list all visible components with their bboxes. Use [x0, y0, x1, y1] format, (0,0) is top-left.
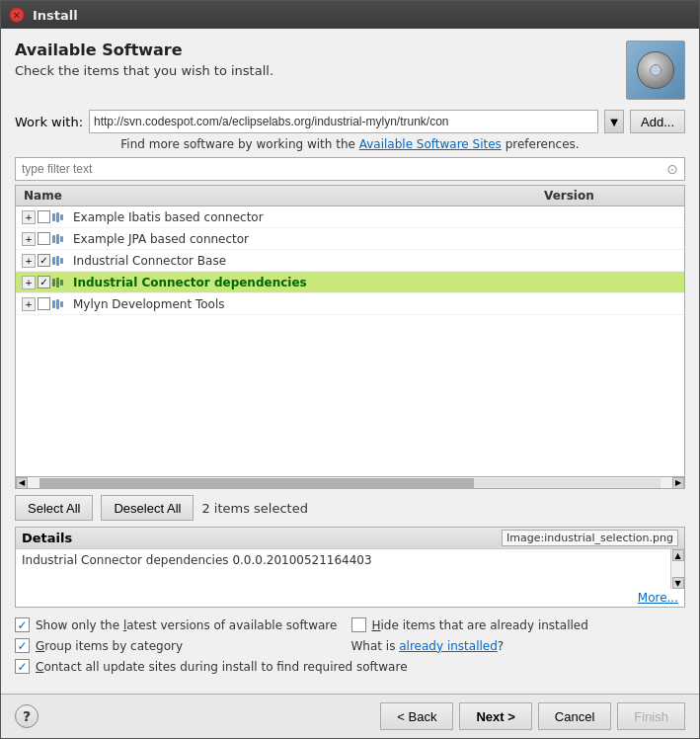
work-with-dropdown[interactable]: ▼ [604, 110, 624, 133]
row-checkbox[interactable]: ✓ [38, 276, 50, 288]
scroll-left-arrow[interactable]: ◀ [16, 477, 28, 489]
header-icon [626, 41, 685, 100]
footer-buttons: < Back Next > Cancel Finish [380, 702, 685, 730]
cancel-button[interactable]: Cancel [538, 702, 611, 730]
deselect-all-button[interactable]: Deselect All [101, 495, 194, 521]
filter-row: ⊙ [15, 157, 685, 181]
page-subtitle: Check the items that you wish to install… [15, 63, 273, 78]
option-row-2: Hide items that are already installed [351, 616, 686, 634]
tree-header: Name Version [16, 186, 684, 206]
column-version: Version [536, 189, 684, 203]
details-scroll-up[interactable]: ▲ [672, 549, 684, 561]
tree-body: + Example Ibatis based connector + [16, 206, 684, 476]
option-label-1: Show only the latest versions of availab… [36, 618, 337, 632]
expand-button[interactable]: + [22, 232, 36, 246]
more-link-row: More... [16, 589, 684, 607]
column-name: Name [16, 189, 536, 203]
details-scrollbar: ▲ ▼ [670, 549, 684, 589]
option-label-5: Contact all update sites during install … [36, 660, 408, 674]
tree-table: Name Version + Example Ibatis based conn… [15, 185, 685, 489]
row-label: Industrial Connector dependencies [73, 276, 307, 289]
next-button[interactable]: Next > [459, 702, 531, 730]
option-checkbox-1[interactable]: ✓ [15, 617, 30, 632]
package-icon [52, 277, 68, 288]
row-checkbox[interactable]: ✓ [38, 254, 50, 267]
titlebar: ✕ Install [1, 1, 699, 29]
expand-button[interactable]: + [22, 254, 36, 268]
scrollbar-track [39, 478, 661, 488]
horizontal-scrollbar[interactable]: ◀ ▶ [16, 476, 684, 488]
package-icon [52, 233, 68, 245]
filter-input[interactable] [16, 158, 661, 180]
expand-button[interactable]: + [22, 297, 36, 311]
selected-count: 2 items selected [201, 501, 308, 516]
add-button[interactable]: Add... [630, 110, 685, 133]
expand-button[interactable]: + [22, 210, 36, 224]
details-section: Details Image:industrial_selection.png I… [15, 527, 685, 608]
option-row-3: ✓ Group items by category [15, 636, 350, 655]
header-row: Available Software Check the items that … [15, 41, 685, 100]
details-scroll-down[interactable]: ▼ [672, 577, 684, 589]
filter-icon: ⊙ [661, 161, 684, 177]
option-label-2: Hide items that are already installed [372, 618, 588, 632]
option-row-4: What is already installed? [351, 636, 686, 655]
option-row-1: ✓ Show only the latest versions of avail… [15, 616, 350, 634]
back-button[interactable]: < Back [380, 702, 453, 730]
details-text: Industrial Connector dependencies 0.0.0.… [16, 549, 670, 589]
table-row: + ✓ Industrial Connector Base [16, 250, 684, 272]
package-icon [52, 255, 68, 267]
finish-button[interactable]: Finish [617, 702, 685, 730]
work-with-input[interactable] [89, 110, 598, 133]
checkmark-icon: ✓ [17, 661, 27, 673]
scrollbar-thumb [39, 478, 474, 488]
row-label: Industrial Connector Base [73, 254, 226, 268]
option-label-3: Group items by category [36, 639, 183, 653]
option-checkbox-5[interactable]: ✓ [15, 659, 30, 674]
details-content: Industrial Connector dependencies 0.0.0.… [16, 549, 684, 589]
software-sites-text: Find more software by working with the [120, 137, 358, 151]
option-checkbox-2[interactable] [351, 617, 366, 632]
details-header: Details Image:industrial_selection.png [16, 528, 684, 549]
work-with-label: Work with: [15, 115, 83, 129]
details-label: Details [22, 531, 72, 545]
footer: ? < Back Next > Cancel Finish [1, 694, 699, 738]
option-row-5: ✓ Contact all update sites during instal… [15, 657, 685, 676]
help-button[interactable]: ? [15, 704, 39, 728]
package-icon [52, 211, 68, 223]
option-checkbox-3[interactable]: ✓ [15, 638, 30, 653]
row-label: Mylyn Development Tools [73, 297, 224, 311]
table-row: + Example Ibatis based connector [16, 206, 684, 228]
row-label: Example JPA based connector [73, 232, 249, 246]
work-with-row: Work with: ▼ Add... [15, 110, 685, 133]
cd-icon [637, 51, 674, 89]
package-icon [52, 298, 68, 310]
row-label: Example Ibatis based connector [73, 210, 264, 224]
checkmark-icon: ✓ [17, 640, 27, 652]
row-checkbox[interactable] [38, 232, 50, 245]
table-row: + Mylyn Development Tools [16, 293, 684, 315]
options-section: ✓ Show only the latest versions of avail… [15, 616, 685, 676]
main-content: Available Software Check the items that … [1, 29, 699, 694]
details-image-label: Image:industrial_selection.png [502, 530, 678, 546]
header-text: Available Software Check the items that … [15, 41, 273, 78]
table-row: + Example JPA based connector [16, 228, 684, 250]
table-row: + ✓ Industrial Connector dependencies [16, 272, 684, 293]
checkmark-icon: ✓ [17, 619, 27, 631]
option-label-4: What is already installed? [351, 639, 505, 653]
row-checkbox[interactable] [38, 210, 50, 223]
expand-button[interactable]: + [22, 276, 36, 289]
software-sites-suffix: preferences. [506, 137, 580, 151]
already-installed-link[interactable]: already installed [399, 639, 498, 653]
close-button[interactable]: ✕ [9, 7, 25, 23]
more-link[interactable]: More... [638, 591, 678, 605]
page-title: Available Software [15, 41, 273, 59]
install-window: ✕ Install Available Software Check the i… [0, 0, 700, 739]
select-all-button[interactable]: Select All [15, 495, 93, 521]
buttons-row: Select All Deselect All 2 items selected [15, 495, 685, 521]
software-sites-link[interactable]: Available Software Sites [359, 137, 502, 151]
row-checkbox[interactable] [38, 297, 50, 310]
scroll-right-arrow[interactable]: ▶ [672, 477, 684, 489]
software-sites-row: Find more software by working with the A… [15, 137, 685, 151]
window-title: Install [33, 8, 78, 23]
